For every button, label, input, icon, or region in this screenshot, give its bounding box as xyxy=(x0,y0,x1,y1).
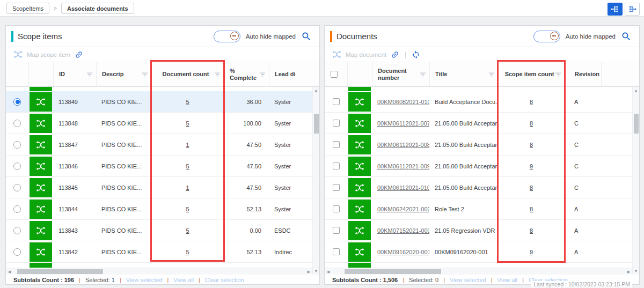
document-row[interactable]: 00KM06112021-00821.05.00 Build Acceptan.… xyxy=(325,134,632,156)
scope-item-row[interactable]: 113846PIDS CO KIE...547.50Syster xyxy=(6,156,312,177)
vertical-scrollbar[interactable]: ▲ ▼ xyxy=(312,87,319,275)
map-icon xyxy=(355,183,364,193)
scope-item-row[interactable]: 113845PIDS CO KIE...147.50Syster xyxy=(6,177,312,198)
scope-item-count-link[interactable]: 8 xyxy=(530,120,533,127)
scroll-down-icon[interactable]: ▼ xyxy=(633,268,640,275)
document-row[interactable]: 00KM06242021-002Role Test 28A xyxy=(325,198,632,220)
refresh-icon[interactable] xyxy=(412,50,420,59)
auto-hide-mapped-toggle[interactable] xyxy=(533,31,560,42)
vertical-scrollbar[interactable]: ▲ ▼ xyxy=(632,87,639,275)
scope-item-id: 113846 xyxy=(53,156,96,176)
clear-selection-link[interactable]: Clear selection xyxy=(205,277,244,283)
row-checkbox[interactable] xyxy=(333,98,340,105)
document-row[interactable]: 00KM06082021-010Build Acceptance Docu...… xyxy=(325,91,632,113)
scope-item-count-link[interactable]: 9 xyxy=(530,163,533,169)
row-checkbox[interactable] xyxy=(333,184,340,191)
row-radio-button[interactable] xyxy=(13,141,21,149)
document-count-link[interactable]: 5 xyxy=(186,227,189,234)
document-number-link[interactable]: 00KM07152021-003 xyxy=(377,227,429,234)
scope-item-row[interactable]: 113844PIDS CO KIE...552.13Syster xyxy=(6,198,312,220)
scope-item-row[interactable]: 113849PIDS CO KIE...536.00Syster xyxy=(6,91,312,113)
link-icon[interactable] xyxy=(391,50,399,59)
document-number-link[interactable]: 00KM06082021-010 xyxy=(377,99,429,105)
row-checkbox[interactable] xyxy=(333,120,340,127)
document-count-link[interactable]: 1 xyxy=(186,142,189,148)
map-icon[interactable] xyxy=(332,50,341,59)
scroll-thumb[interactable] xyxy=(634,114,639,134)
scroll-thumb[interactable] xyxy=(17,269,103,274)
scroll-down-icon[interactable]: ▼ xyxy=(313,268,320,275)
scope-item-count-link[interactable]: 8 xyxy=(530,227,533,234)
scope-item-count-link[interactable]: 8 xyxy=(530,184,533,191)
view-all-link[interactable]: View all xyxy=(497,277,518,283)
row-radio-button[interactable] xyxy=(13,163,21,170)
tree-collapse-right-button[interactable] xyxy=(625,3,640,16)
breadcrumb-scope-items[interactable]: ScopeItems xyxy=(6,3,49,14)
scroll-right-icon[interactable]: ▶ xyxy=(305,268,312,275)
horizontal-scrollbar[interactable]: ◀ ▶ xyxy=(325,268,632,275)
row-radio-button[interactable] xyxy=(13,227,21,234)
scroll-up-icon[interactable]: ▲ xyxy=(313,87,320,94)
filter-icon[interactable] xyxy=(141,71,149,78)
map-icon[interactable] xyxy=(13,50,23,59)
scroll-left-icon[interactable]: ◀ xyxy=(6,268,13,275)
document-count-link[interactable]: 1 xyxy=(186,184,189,191)
search-icon[interactable] xyxy=(301,31,312,42)
document-number-link[interactable]: 00KM06242021-002 xyxy=(377,206,429,212)
document-count-link[interactable]: 5 xyxy=(186,206,189,212)
filter-icon[interactable] xyxy=(86,71,93,78)
document-number-link[interactable]: 00KM06112021-007 xyxy=(377,120,429,127)
filter-icon[interactable] xyxy=(214,71,221,78)
filter-icon[interactable] xyxy=(488,71,495,78)
search-icon[interactable] xyxy=(621,31,632,42)
row-radio-button[interactable] xyxy=(13,120,21,127)
document-row[interactable]: 00KM07152021-00321.05 Regression VDR B..… xyxy=(325,220,632,241)
row-checkbox[interactable] xyxy=(333,163,340,169)
row-checkbox[interactable] xyxy=(333,248,340,255)
document-row[interactable]: 00KM06112021-00921.05.00 Build Acceptan.… xyxy=(325,156,632,177)
view-selected-link[interactable]: View selected xyxy=(450,277,486,283)
document-count-link[interactable]: 5 xyxy=(186,99,189,105)
scope-item-row[interactable]: 113843PIDS CO KIE...50.00ESDC xyxy=(6,220,312,241)
row-radio-button[interactable] xyxy=(13,205,21,213)
scroll-right-icon[interactable]: ▶ xyxy=(625,268,632,275)
select-all-checkbox[interactable] xyxy=(331,71,338,78)
scope-item-row[interactable]: 113848PIDS CO KIE...5100.00Syster xyxy=(6,113,312,134)
row-checkbox[interactable] xyxy=(333,227,340,234)
scope-item-count-link[interactable]: 9 xyxy=(530,249,533,255)
scope-item-count-link[interactable]: 8 xyxy=(530,142,533,148)
filter-icon[interactable] xyxy=(554,71,562,78)
row-radio-button[interactable] xyxy=(13,248,21,256)
view-selected-link[interactable]: View selected xyxy=(126,277,163,283)
breadcrumb-associate-documents[interactable]: Associate documents xyxy=(61,3,134,14)
document-row[interactable]: 00KM06112021-01021.05.00 Build Acceptan.… xyxy=(325,177,632,198)
document-count-link[interactable]: 5 xyxy=(186,163,189,169)
view-all-link[interactable]: View all xyxy=(173,277,194,283)
tree-collapse-left-button[interactable] xyxy=(608,3,623,16)
scope-item-count-link[interactable]: 8 xyxy=(530,206,533,212)
scroll-left-icon[interactable]: ◀ xyxy=(325,268,332,275)
document-count-link[interactable]: 5 xyxy=(186,249,189,255)
row-checkbox[interactable] xyxy=(333,141,340,148)
scroll-thumb[interactable] xyxy=(345,269,441,274)
document-number-link[interactable]: 00KM09162020-001 xyxy=(377,249,429,255)
scope-item-row[interactable]: 113847PIDS CO KIE...147.50Syster xyxy=(6,134,312,156)
scope-item-count-link[interactable]: 8 xyxy=(530,99,533,105)
document-number-link[interactable]: 00KM06112021-009 xyxy=(377,163,429,169)
document-row[interactable]: 00KM09162020-00100KM09162020-0019A xyxy=(325,241,632,263)
document-number-link[interactable]: 00KM06112021-008 xyxy=(377,142,429,148)
scope-item-row[interactable]: 113842PIDS CO KIE...552.13Indirec xyxy=(6,241,312,263)
row-checkbox[interactable] xyxy=(333,205,340,212)
document-count-link[interactable]: 5 xyxy=(186,120,189,127)
filter-icon[interactable] xyxy=(419,71,427,78)
scroll-up-icon[interactable]: ▲ xyxy=(633,87,640,94)
auto-hide-mapped-toggle[interactable] xyxy=(214,31,240,42)
scroll-thumb[interactable] xyxy=(314,114,319,134)
document-number-link[interactable]: 00KM06112021-010 xyxy=(377,184,429,191)
horizontal-scrollbar[interactable]: ◀ ▶ xyxy=(6,268,312,275)
row-radio-button[interactable] xyxy=(13,98,21,106)
document-row[interactable]: 00KM06112021-00721.05.00 Build Acceptan.… xyxy=(325,113,632,134)
row-radio-button[interactable] xyxy=(13,184,21,191)
link-icon[interactable] xyxy=(75,50,83,59)
filter-icon[interactable] xyxy=(259,71,266,78)
